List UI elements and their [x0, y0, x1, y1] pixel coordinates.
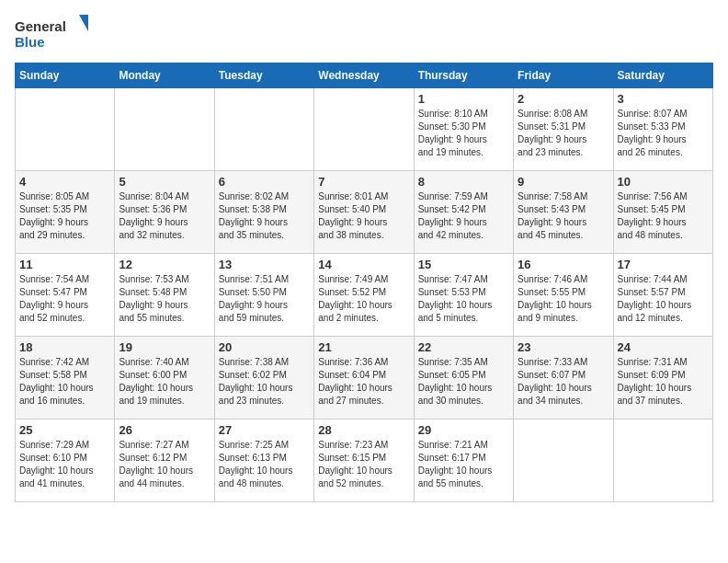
- header-tuesday: Tuesday: [214, 63, 313, 88]
- day-number: 10: [618, 175, 709, 189]
- calendar-week-row: 4Sunrise: 8:05 AM Sunset: 5:35 PM Daylig…: [16, 171, 713, 254]
- header-saturday: Saturday: [613, 63, 712, 88]
- day-number: 1: [418, 92, 509, 106]
- day-info: Sunrise: 7:29 AM Sunset: 6:10 PM Dayligh…: [19, 439, 110, 490]
- day-info: Sunrise: 7:36 AM Sunset: 6:04 PM Dayligh…: [318, 356, 409, 408]
- day-number: 24: [618, 340, 709, 354]
- svg-text:Blue: Blue: [15, 34, 45, 50]
- day-number: 8: [418, 175, 509, 189]
- day-number: 13: [219, 258, 310, 271]
- calendar-cell: 19Sunrise: 7:40 AM Sunset: 6:00 PM Dayli…: [115, 337, 214, 419]
- calendar-cell: 11Sunrise: 7:54 AM Sunset: 5:47 PM Dayli…: [16, 254, 115, 337]
- day-info: Sunrise: 7:35 AM Sunset: 6:05 PM Dayligh…: [418, 356, 509, 408]
- calendar-cell: 16Sunrise: 7:46 AM Sunset: 5:55 PM Dayli…: [514, 254, 613, 337]
- calendar-cell: 8Sunrise: 7:59 AM Sunset: 5:42 PM Daylig…: [414, 171, 513, 254]
- header-sunday: Sunday: [16, 63, 115, 88]
- day-info: Sunrise: 7:58 AM Sunset: 5:43 PM Dayligh…: [518, 190, 609, 242]
- day-number: 19: [119, 340, 210, 354]
- header-friday: Friday: [514, 63, 613, 88]
- day-number: 23: [518, 340, 609, 354]
- day-number: 7: [318, 175, 409, 189]
- day-number: 20: [219, 340, 310, 354]
- calendar-cell: 28Sunrise: 7:23 AM Sunset: 6:15 PM Dayli…: [314, 419, 414, 502]
- day-number: 3: [618, 92, 709, 106]
- day-number: 5: [119, 175, 210, 189]
- calendar-cell: 25Sunrise: 7:29 AM Sunset: 6:10 PM Dayli…: [16, 419, 115, 502]
- calendar-cell: [613, 419, 712, 502]
- calendar-cell: 6Sunrise: 8:02 AM Sunset: 5:38 PM Daylig…: [214, 171, 313, 254]
- calendar-cell: [514, 419, 613, 502]
- day-info: Sunrise: 7:49 AM Sunset: 5:52 PM Dayligh…: [318, 273, 409, 325]
- day-info: Sunrise: 7:44 AM Sunset: 5:57 PM Dayligh…: [618, 273, 709, 325]
- day-info: Sunrise: 7:38 AM Sunset: 6:02 PM Dayligh…: [219, 356, 310, 408]
- calendar-cell: 17Sunrise: 7:44 AM Sunset: 5:57 PM Dayli…: [613, 254, 712, 337]
- calendar-cell: [16, 88, 115, 171]
- calendar-cell: 14Sunrise: 7:49 AM Sunset: 5:52 PM Dayli…: [314, 254, 414, 337]
- calendar-table: SundayMondayTuesdayWednesdayThursdayFrid…: [15, 63, 713, 502]
- day-info: Sunrise: 7:27 AM Sunset: 6:12 PM Dayligh…: [119, 439, 210, 490]
- calendar-week-row: 11Sunrise: 7:54 AM Sunset: 5:47 PM Dayli…: [16, 254, 713, 337]
- day-number: 18: [19, 340, 110, 354]
- calendar-cell: 2Sunrise: 8:08 AM Sunset: 5:31 PM Daylig…: [514, 88, 613, 171]
- calendar-cell: [214, 88, 313, 171]
- day-info: Sunrise: 7:53 AM Sunset: 5:48 PM Dayligh…: [119, 273, 210, 325]
- svg-marker-2: [79, 15, 88, 31]
- day-info: Sunrise: 7:21 AM Sunset: 6:17 PM Dayligh…: [418, 439, 509, 490]
- day-info: Sunrise: 7:59 AM Sunset: 5:42 PM Dayligh…: [418, 190, 509, 242]
- calendar-cell: 20Sunrise: 7:38 AM Sunset: 6:02 PM Dayli…: [214, 337, 313, 419]
- day-info: Sunrise: 7:23 AM Sunset: 6:15 PM Dayligh…: [318, 439, 409, 490]
- calendar-cell: 15Sunrise: 7:47 AM Sunset: 5:53 PM Dayli…: [414, 254, 513, 337]
- day-number: 28: [318, 423, 409, 437]
- day-info: Sunrise: 8:08 AM Sunset: 5:31 PM Dayligh…: [518, 108, 609, 159]
- calendar-cell: [115, 88, 214, 171]
- calendar-week-row: 1Sunrise: 8:10 AM Sunset: 5:30 PM Daylig…: [16, 88, 713, 171]
- day-number: 27: [219, 423, 310, 437]
- day-info: Sunrise: 8:05 AM Sunset: 5:35 PM Dayligh…: [19, 190, 110, 242]
- day-info: Sunrise: 7:54 AM Sunset: 5:47 PM Dayligh…: [19, 273, 110, 325]
- day-number: 17: [618, 258, 709, 271]
- day-info: Sunrise: 7:51 AM Sunset: 5:50 PM Dayligh…: [219, 273, 310, 325]
- day-number: 22: [418, 340, 509, 354]
- day-number: 29: [418, 423, 509, 437]
- day-number: 25: [19, 423, 110, 437]
- calendar-cell: 23Sunrise: 7:33 AM Sunset: 6:07 PM Dayli…: [514, 337, 613, 419]
- logo-icon: General Blue: [15, 15, 88, 52]
- calendar-header-row: SundayMondayTuesdayWednesdayThursdayFrid…: [16, 63, 713, 88]
- day-number: 21: [318, 340, 409, 354]
- calendar-cell: [314, 88, 414, 171]
- day-info: Sunrise: 8:07 AM Sunset: 5:33 PM Dayligh…: [618, 108, 709, 159]
- calendar-week-row: 25Sunrise: 7:29 AM Sunset: 6:10 PM Dayli…: [16, 419, 713, 502]
- day-info: Sunrise: 7:40 AM Sunset: 6:00 PM Dayligh…: [119, 356, 210, 408]
- day-info: Sunrise: 7:56 AM Sunset: 5:45 PM Dayligh…: [618, 190, 709, 242]
- day-number: 14: [318, 258, 409, 271]
- day-number: 12: [119, 258, 210, 271]
- day-info: Sunrise: 8:02 AM Sunset: 5:38 PM Dayligh…: [219, 190, 310, 242]
- calendar-cell: 12Sunrise: 7:53 AM Sunset: 5:48 PM Dayli…: [115, 254, 214, 337]
- day-info: Sunrise: 8:04 AM Sunset: 5:36 PM Dayligh…: [119, 190, 210, 242]
- calendar-cell: 9Sunrise: 7:58 AM Sunset: 5:43 PM Daylig…: [514, 171, 613, 254]
- day-number: 26: [119, 423, 210, 437]
- day-number: 4: [19, 175, 110, 189]
- day-number: 16: [518, 258, 609, 271]
- calendar-cell: 24Sunrise: 7:31 AM Sunset: 6:09 PM Dayli…: [613, 337, 712, 419]
- calendar-cell: 7Sunrise: 8:01 AM Sunset: 5:40 PM Daylig…: [314, 171, 414, 254]
- day-info: Sunrise: 7:25 AM Sunset: 6:13 PM Dayligh…: [219, 439, 310, 490]
- svg-text:General: General: [15, 18, 66, 34]
- calendar-cell: 1Sunrise: 8:10 AM Sunset: 5:30 PM Daylig…: [414, 88, 513, 171]
- calendar-cell: 5Sunrise: 8:04 AM Sunset: 5:36 PM Daylig…: [115, 171, 214, 254]
- day-number: 6: [219, 175, 310, 189]
- calendar-cell: 29Sunrise: 7:21 AM Sunset: 6:17 PM Dayli…: [414, 419, 513, 502]
- day-info: Sunrise: 7:46 AM Sunset: 5:55 PM Dayligh…: [518, 273, 609, 325]
- page-header: General Blue: [15, 15, 713, 52]
- day-info: Sunrise: 7:33 AM Sunset: 6:07 PM Dayligh…: [518, 356, 609, 408]
- day-info: Sunrise: 8:01 AM Sunset: 5:40 PM Dayligh…: [318, 190, 409, 242]
- header-monday: Monday: [115, 63, 214, 88]
- calendar-cell: 10Sunrise: 7:56 AM Sunset: 5:45 PM Dayli…: [613, 171, 712, 254]
- day-number: 15: [418, 258, 509, 271]
- calendar-cell: 26Sunrise: 7:27 AM Sunset: 6:12 PM Dayli…: [115, 419, 214, 502]
- calendar-cell: 4Sunrise: 8:05 AM Sunset: 5:35 PM Daylig…: [16, 171, 115, 254]
- calendar-cell: 22Sunrise: 7:35 AM Sunset: 6:05 PM Dayli…: [414, 337, 513, 419]
- calendar-cell: 3Sunrise: 8:07 AM Sunset: 5:33 PM Daylig…: [613, 88, 712, 171]
- logo: General Blue: [15, 15, 92, 52]
- calendar-cell: 21Sunrise: 7:36 AM Sunset: 6:04 PM Dayli…: [314, 337, 414, 419]
